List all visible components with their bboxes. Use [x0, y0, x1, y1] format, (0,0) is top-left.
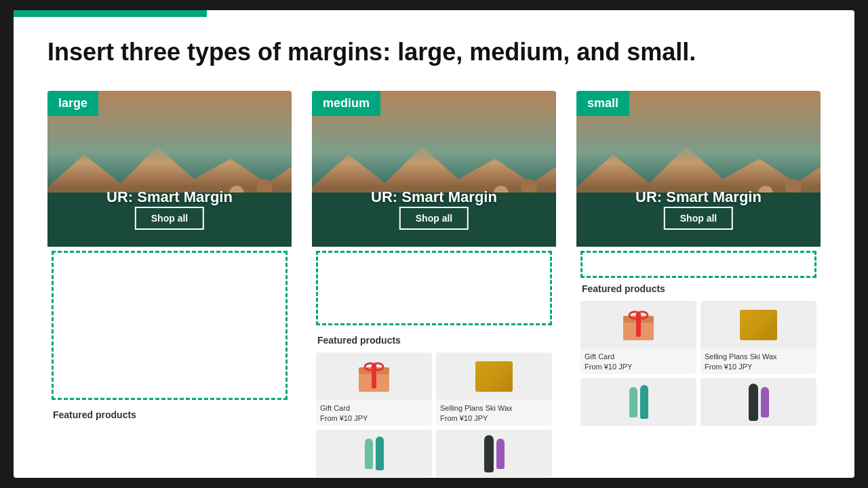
products-grid-medium: Gift Card From ¥10 JPY Selling Plans Ski…	[312, 350, 556, 430]
products-row2-medium	[312, 430, 556, 478]
product-price-gift-medium: From ¥10 JPY	[320, 414, 428, 422]
tube-dark-icon-s	[749, 384, 758, 421]
product-card2-small-1	[580, 378, 696, 426]
card-small: small UR: Smart Margin Shop all Featured…	[576, 91, 821, 430]
product-image-wax-medium	[436, 352, 552, 400]
product-card2-medium-1	[316, 430, 432, 477]
wax-block-medium	[475, 361, 513, 392]
product-card-small-2: Selling Plans Ski Wax From ¥10 JPY	[701, 301, 816, 374]
product-img2-medium-1	[316, 430, 432, 477]
product-image-gift-medium	[316, 352, 432, 400]
featured-label-small: Featured products	[576, 278, 821, 298]
badge-small: small	[576, 91, 629, 116]
product-card2-small-2	[701, 378, 816, 426]
product-price-wax-medium: From ¥10 JPY	[440, 414, 548, 422]
product-price-gift-small: From ¥10 JPY	[585, 363, 692, 371]
shop-all-button-medium[interactable]: Shop all	[399, 207, 469, 230]
hero-title-large: UR: Smart Margin	[47, 188, 292, 206]
wax-block-small	[740, 310, 777, 340]
svg-rect-5	[359, 371, 389, 392]
product-card2-medium-2	[436, 430, 552, 477]
tube-teal-icon	[376, 436, 384, 470]
tube-teal-icon-s	[640, 385, 648, 419]
product-image-gift-small	[580, 301, 696, 348]
badge-large: large	[47, 91, 98, 116]
product-img2-small-1	[580, 378, 696, 426]
product-name-wax-medium: Selling Plans Ski Wax	[440, 403, 548, 413]
product-name-gift-small: Gift Card	[585, 352, 692, 361]
product-name-wax-small: Selling Plans Ski Wax	[705, 352, 812, 361]
hero-title-small: UR: Smart Margin	[576, 188, 821, 206]
shop-all-button-small[interactable]: Shop all	[664, 207, 733, 230]
gift-card-icon-small	[620, 306, 657, 344]
product-name-gift-medium: Gift Card	[320, 403, 428, 413]
main-container: Insert three types of margins: large, me…	[14, 10, 854, 478]
shop-all-button-large[interactable]: Shop all	[135, 207, 204, 230]
tube-green-icon-s	[629, 387, 637, 418]
hero-title-medium: UR: Smart Margin	[312, 188, 556, 206]
card-hero-large: large UR: Smart Margin Shop all	[47, 91, 292, 247]
product-img2-small-2	[701, 378, 816, 426]
card-hero-small: small UR: Smart Margin Shop all	[576, 91, 821, 247]
featured-label-medium: Featured products	[312, 329, 556, 350]
teal-top-bar	[14, 10, 207, 17]
card-medium: medium UR: Smart Margin Shop all Feature…	[312, 91, 556, 478]
product-img2-medium-2	[436, 430, 552, 477]
product-card-medium-1: Gift Card From ¥10 JPY	[316, 352, 432, 426]
product-card-small-1: Gift Card From ¥10 JPY	[580, 301, 696, 374]
product-image-wax-small	[701, 301, 816, 348]
products-row2-small	[576, 378, 821, 430]
cards-row: large UR: Smart Margin Shop all Featured…	[47, 91, 821, 478]
products-grid-small: Gift Card From ¥10 JPY Selling Plans Ski…	[576, 298, 821, 378]
tube-purple-icon-s	[761, 387, 769, 418]
card-large: large UR: Smart Margin Shop all Featured…	[47, 91, 292, 424]
gift-card-icon-medium	[355, 358, 393, 395]
featured-label-large: Featured products	[47, 404, 292, 424]
page-title: Insert three types of margins: large, me…	[47, 37, 821, 66]
tube-green-icon	[365, 439, 373, 469]
dashed-area-medium	[316, 251, 552, 325]
product-price-wax-small: From ¥10 JPY	[705, 363, 812, 371]
product-card-medium-2: Selling Plans Ski Wax From ¥10 JPY	[436, 352, 552, 426]
dashed-area-large	[52, 251, 288, 400]
dashed-area-small	[580, 251, 816, 278]
tube-dark-icon	[484, 435, 494, 472]
card-hero-medium: medium UR: Smart Margin Shop all	[312, 91, 556, 247]
badge-medium: medium	[312, 91, 380, 116]
tube-purple-icon	[496, 439, 505, 469]
